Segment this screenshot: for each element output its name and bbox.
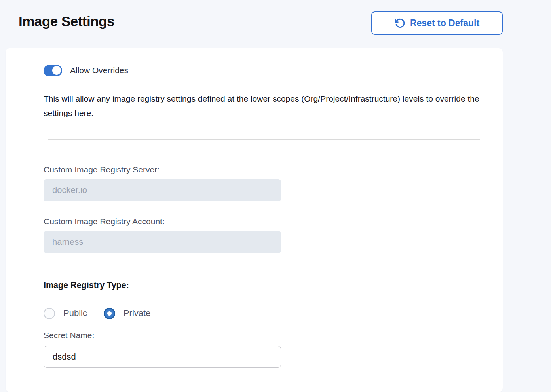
radio-option-public[interactable]: Public xyxy=(44,308,87,319)
radio-unselected-icon xyxy=(44,308,55,319)
allow-overrides-label: Allow Overrides xyxy=(70,66,128,75)
secret-name-label: Secret Name: xyxy=(44,331,94,340)
toggle-knob-icon xyxy=(52,66,61,75)
secret-name-input[interactable] xyxy=(44,346,281,368)
registry-account-input[interactable] xyxy=(44,231,281,253)
reset-button-label: Reset to Default xyxy=(410,18,479,28)
registry-server-label: Custom Image Registry Server: xyxy=(44,165,160,174)
allow-overrides-toggle[interactable] xyxy=(44,65,62,76)
reset-ccw-icon xyxy=(395,18,405,28)
radio-label-public: Public xyxy=(63,308,87,318)
registry-account-label: Custom Image Registry Account: xyxy=(44,217,165,226)
settings-card: Allow Overrides This will allow any imag… xyxy=(6,48,503,392)
registry-server-input[interactable] xyxy=(44,179,281,201)
registry-type-radio-group: Public Private xyxy=(44,307,150,319)
reset-to-default-button[interactable]: Reset to Default xyxy=(371,11,503,35)
radio-selected-icon xyxy=(104,308,115,319)
allow-overrides-row: Allow Overrides xyxy=(44,64,128,76)
radio-option-private[interactable]: Private xyxy=(104,308,150,319)
section-divider xyxy=(48,139,480,140)
radio-label-private: Private xyxy=(124,308,150,318)
overrides-description: This will allow any image registry setti… xyxy=(44,92,487,120)
registry-type-label: Image Registry Type: xyxy=(44,280,129,290)
page-title: Image Settings xyxy=(19,13,114,29)
